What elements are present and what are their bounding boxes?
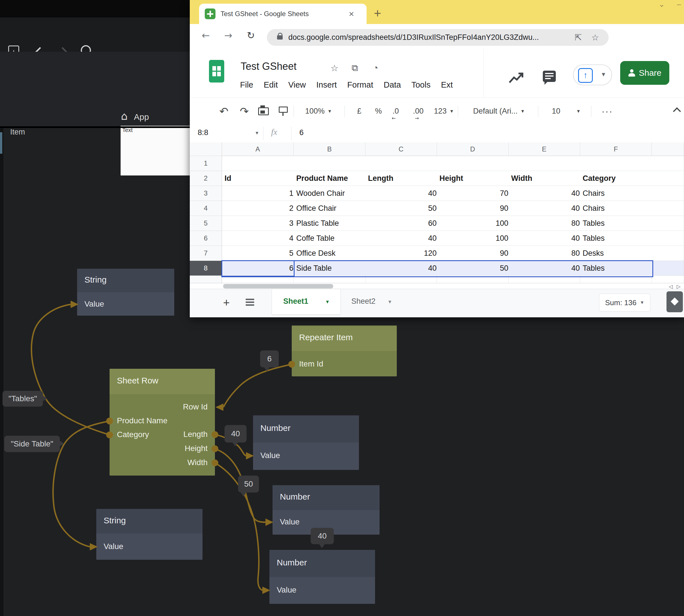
cell-C2[interactable]: Length bbox=[365, 171, 439, 186]
column-header-B[interactable]: B bbox=[294, 142, 365, 156]
app-preview-canvas[interactable]: Text bbox=[120, 126, 190, 175]
number-format-menu[interactable]: 123▼ bbox=[431, 98, 457, 125]
cell-A5[interactable]: 3 bbox=[222, 216, 297, 231]
cell-A4[interactable]: 2 bbox=[222, 201, 297, 216]
port-value[interactable]: Value bbox=[277, 586, 297, 595]
comments-icon[interactable] bbox=[543, 71, 556, 82]
column-header-C[interactable]: C bbox=[365, 142, 437, 156]
column-header-F[interactable]: F bbox=[580, 142, 652, 156]
cell-B3[interactable]: Wooden Chair bbox=[294, 186, 368, 201]
bookmark-star-icon[interactable]: ☆ bbox=[591, 32, 599, 42]
cell-F2[interactable]: Category bbox=[580, 171, 654, 186]
cell-F7[interactable]: Desks bbox=[580, 246, 654, 261]
sum-badge[interactable]: Sum: 136 ▼ bbox=[599, 293, 651, 312]
cell-E8[interactable]: 40 bbox=[509, 261, 583, 276]
print-icon[interactable] bbox=[256, 98, 271, 125]
port-width[interactable]: Width bbox=[187, 458, 208, 467]
trend-history-icon[interactable] bbox=[508, 72, 524, 85]
cell-C6[interactable]: 40 bbox=[365, 231, 440, 246]
name-box-dropdown-icon[interactable]: ▼ bbox=[255, 131, 259, 136]
port-value[interactable]: Value bbox=[85, 300, 104, 309]
sheet-tab-sheet2[interactable]: Sheet2 bbox=[351, 297, 375, 306]
cell-D5[interactable]: 100 bbox=[437, 216, 511, 231]
cell-F3[interactable]: Chairs bbox=[580, 186, 654, 201]
row-header-5[interactable]: 5 bbox=[190, 216, 222, 231]
node-sheet-row[interactable]: Sheet RowRow IdProduct NameCategoryLengt… bbox=[110, 369, 215, 476]
menu-insert[interactable]: Insert bbox=[316, 80, 337, 90]
port-height[interactable]: Height bbox=[185, 444, 208, 453]
row-header-8[interactable]: 8 bbox=[190, 261, 222, 276]
redo-icon[interactable]: ↷ bbox=[237, 98, 251, 125]
all-sheets-icon[interactable] bbox=[246, 299, 254, 306]
browser-tab[interactable]: Test GSheet - Google Sheets × bbox=[199, 4, 367, 24]
cell-B1[interactable] bbox=[294, 156, 368, 171]
cell-F1[interactable] bbox=[580, 156, 654, 171]
cell-partial-3[interactable] bbox=[652, 186, 684, 201]
cell-D8[interactable]: 50 bbox=[437, 261, 511, 276]
cell-partial-1[interactable] bbox=[652, 156, 684, 171]
cell-A3[interactable]: 1 bbox=[222, 186, 297, 201]
cell-C8[interactable]: 40 bbox=[365, 261, 440, 276]
cell-B2[interactable]: Product Name bbox=[294, 171, 368, 186]
cell-A7[interactable]: 5 bbox=[222, 246, 297, 261]
font-size-select[interactable]: 10▼ bbox=[548, 98, 585, 125]
column-header-A[interactable]: A bbox=[222, 142, 294, 156]
cell-C3[interactable]: 40 bbox=[365, 186, 440, 201]
cell-A8[interactable]: 6 bbox=[222, 261, 297, 276]
new-tab-icon[interactable]: + bbox=[374, 6, 381, 20]
cell-partial-2[interactable] bbox=[652, 171, 684, 186]
scroll-right-icon[interactable]: ▷ bbox=[677, 283, 681, 289]
scroll-left-icon[interactable]: ◁ bbox=[669, 283, 673, 289]
horizontal-scrollbar[interactable]: ◁ ▷ bbox=[190, 283, 684, 289]
port-row-id[interactable]: Row Id bbox=[183, 402, 208, 412]
cell-D4[interactable]: 90 bbox=[437, 201, 511, 216]
paint-format-icon[interactable] bbox=[276, 98, 290, 125]
address-bar[interactable]: docs.google.com/spreadsheets/d/1D3IRuxIl… bbox=[267, 29, 609, 46]
cell-partial-8[interactable] bbox=[652, 261, 684, 276]
cell-D3[interactable]: 70 bbox=[437, 186, 511, 201]
cell-E7[interactable]: 80 bbox=[509, 246, 583, 261]
explore-button[interactable] bbox=[666, 291, 683, 312]
port-length[interactable]: Length bbox=[183, 430, 208, 439]
close-tab-icon[interactable]: × bbox=[349, 9, 354, 19]
row-header-2[interactable]: 2 bbox=[190, 171, 222, 186]
sheet-tab-active[interactable]: Sheet1 ▼ bbox=[272, 289, 340, 314]
cell-D1[interactable] bbox=[437, 156, 511, 171]
menu-data[interactable]: Data bbox=[384, 80, 401, 90]
undo-icon[interactable]: ↶ bbox=[217, 98, 231, 125]
cell-partial-7[interactable] bbox=[652, 246, 684, 261]
row-header-1[interactable]: 1 bbox=[190, 156, 222, 171]
scrollbar-thumb[interactable] bbox=[223, 284, 333, 288]
currency-format-button[interactable]: £ bbox=[354, 98, 365, 125]
cell-B6[interactable]: Coffe Table bbox=[294, 231, 368, 246]
cell-B4[interactable]: Office Chair bbox=[294, 201, 368, 216]
cloud-status-icon[interactable]: ◔ bbox=[373, 63, 378, 73]
cell-E2[interactable]: Width bbox=[509, 171, 583, 186]
present-button[interactable]: ↑ ▼ bbox=[573, 64, 612, 85]
cell-F4[interactable]: Chairs bbox=[580, 201, 654, 216]
node-repeater-item[interactable]: Repeater ItemItem Id bbox=[292, 326, 397, 376]
window-maximize-icon[interactable]: – bbox=[677, 0, 681, 9]
cell-partial-5[interactable] bbox=[652, 216, 684, 231]
menu-edit[interactable]: Edit bbox=[264, 80, 278, 90]
cell-F6[interactable]: Tables bbox=[580, 231, 654, 246]
sheets-logo-icon[interactable] bbox=[209, 60, 224, 83]
cell-C1[interactable] bbox=[365, 156, 439, 171]
cell-E6[interactable]: 40 bbox=[509, 231, 583, 246]
grid-corner[interactable] bbox=[190, 142, 222, 156]
cell-F8[interactable]: Tables bbox=[580, 261, 654, 276]
cell-B7[interactable]: Office Desk bbox=[294, 246, 368, 261]
node-number[interactable]: NumberValue bbox=[269, 550, 375, 604]
row-header-3[interactable]: 3 bbox=[190, 186, 222, 201]
port-category[interactable]: Category bbox=[117, 430, 149, 439]
port-item-id[interactable]: Item Id bbox=[299, 359, 323, 369]
port-value[interactable]: Value bbox=[280, 518, 300, 526]
reload-icon[interactable]: ↻ bbox=[247, 30, 255, 41]
node-number[interactable]: NumberValue bbox=[273, 485, 380, 535]
cell-C7[interactable]: 120 bbox=[365, 246, 440, 261]
formula-input[interactable]: 6 bbox=[299, 128, 303, 137]
document-title[interactable]: Test GSheet bbox=[241, 61, 297, 72]
percent-format-button[interactable]: % bbox=[373, 98, 384, 125]
cell-F5[interactable]: Tables bbox=[580, 216, 654, 231]
menu-ext[interactable]: Ext bbox=[441, 80, 453, 90]
